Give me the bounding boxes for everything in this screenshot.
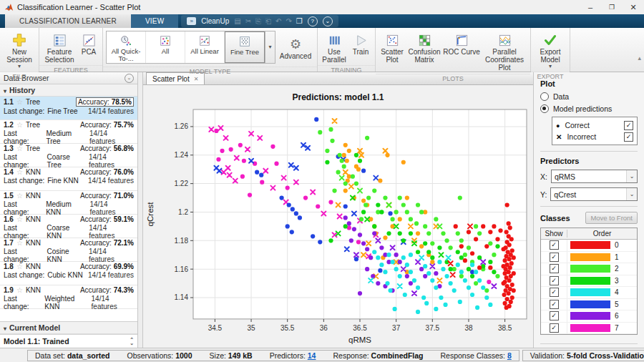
roc-curve-button[interactable]: ROC Curve [443, 29, 480, 72]
confusion-matrix-icon [418, 32, 431, 48]
gallery-item-all-quick[interactable]: All Quick-To-... [107, 31, 146, 63]
train-button[interactable]: Train [349, 29, 372, 64]
star-icon[interactable] [16, 286, 23, 294]
star-icon[interactable] [16, 239, 23, 247]
class-row-0[interactable]: 0 [541, 240, 637, 252]
class-row-5[interactable]: 5 [541, 299, 637, 311]
paste-icon[interactable]: ⎗ [265, 17, 271, 26]
app-window: Classification Learner - Scatter Plot CL… [0, 0, 644, 362]
star-icon[interactable] [16, 168, 23, 176]
class-row-7[interactable]: 7 [541, 323, 637, 335]
window-icon[interactable]: ❐ [296, 17, 303, 26]
history-item-1.6[interactable]: 1.6KNNAccuracy: 59.1%Last change: Coarse… [0, 215, 137, 238]
feature-selection-button[interactable]: Feature Selection [42, 29, 77, 64]
advanced-button[interactable]: ⚙ Advanced [277, 29, 314, 65]
class-show-checkbox[interactable] [550, 240, 559, 250]
status-item[interactable]: Predictors: 14 [270, 351, 316, 360]
x-predictor-select[interactable]: qRMS [551, 170, 638, 183]
redo-icon[interactable]: ↷ [286, 17, 291, 26]
history-item-1.8[interactable]: 1.8KNNAccuracy: 69.9%Last change: Cubic … [0, 262, 137, 285]
history-item-1.7[interactable]: 1.7KNNAccuracy: 72.1%Last change: Cosine… [0, 238, 137, 262]
new-session-button[interactable]: New Session [3, 29, 36, 70]
class-row-3[interactable]: 3 [541, 275, 637, 288]
class-row-4[interactable]: 4 [541, 287, 637, 299]
maximize-button[interactable] [601, 0, 623, 14]
class-row-1[interactable]: 1 [541, 252, 637, 264]
status-item[interactable]: Response Classes: 8 [441, 351, 512, 360]
y-predictor-select[interactable]: qCrest [550, 187, 638, 201]
gallery-item-fine-tree[interactable]: Fine Tree [225, 31, 265, 63]
undo-icon[interactable]: ↶ [275, 17, 281, 26]
cleanup-label[interactable]: CleanUp [201, 17, 229, 25]
gallery-item-label: All Quick-To-... [107, 48, 145, 63]
radio-data[interactable]: Data [540, 92, 638, 101]
star-icon[interactable] [16, 215, 23, 223]
confusion-matrix-button[interactable]: Confusion Matrix [407, 29, 441, 72]
correct-checkbox[interactable] [624, 121, 633, 130]
parallel-coordinates-button[interactable]: Parallel Coordinates Plot [482, 29, 527, 72]
minimize-button[interactable] [580, 0, 601, 14]
copy-icon[interactable]: ⎘ [255, 17, 261, 26]
star-icon[interactable] [16, 98, 23, 106]
prediction-legend: Correct Incorrect [552, 117, 638, 145]
export-model-label: Export Model [534, 48, 567, 64]
class-color-swatch [570, 312, 610, 320]
pca-button[interactable]: PCA [78, 29, 99, 64]
tab-view[interactable]: VIEW [131, 14, 178, 28]
class-show-checkbox[interactable] [550, 323, 559, 333]
incorrect-checkbox[interactable] [624, 132, 633, 142]
scatter-chart[interactable]: qRMS qCrest 34.53535.53636.53737.53838.5… [143, 104, 533, 348]
ribbon-collapse-icon[interactable] [638, 54, 641, 62]
feature-selection-label: Feature Selection [42, 48, 77, 64]
quick-access-icons: ▤✂⎘⎗↶↷❐ [234, 17, 303, 26]
svg-text:1.2: 1.2 [178, 208, 188, 216]
current-model-header[interactable]: Current Model [0, 321, 137, 334]
history-item-1.2[interactable]: 1.2TreeAccuracy: 75.7%Last change: Mediu… [0, 120, 137, 144]
star-icon[interactable] [16, 145, 23, 152]
status-bar: Data set: data_sortedObservations: 1000S… [0, 348, 644, 362]
radio-model-predictions[interactable]: Model predictions [540, 104, 638, 113]
tab-classification-learner[interactable]: CLASSIFICATION LEARNER [5, 14, 131, 28]
history-item-1.5[interactable]: 1.5KNNAccuracy: 71.0%Last change: Medium… [0, 191, 137, 215]
star-icon[interactable] [16, 263, 23, 270]
star-icon[interactable] [16, 192, 23, 200]
class-show-checkbox[interactable] [550, 311, 559, 321]
history-item-1.3[interactable]: 1.3TreeAccuracy: 56.8%Last change: Coars… [0, 144, 137, 167]
chevron-down-icon [626, 188, 637, 200]
scatter-plot-button[interactable]: Scatter Plot [379, 29, 406, 72]
panel-splitter[interactable] [138, 72, 143, 348]
class-row-2[interactable]: 2 [541, 263, 637, 275]
close-button[interactable] [623, 0, 644, 14]
gallery-dropdown-button[interactable] [265, 31, 275, 63]
history-item-1.9[interactable]: 1.9KNNAccuracy: 74.3%Last change: Weight… [0, 285, 137, 309]
save-icon[interactable]: ▤ [234, 17, 240, 26]
history-item-1.4[interactable]: 1.4KNNAccuracy: 76.0%Last change: Fine K… [0, 167, 137, 191]
cleanup-icon[interactable]: » [187, 17, 196, 25]
cut-icon[interactable]: ✂ [245, 17, 251, 26]
gallery-item-all[interactable]: All [146, 31, 185, 63]
class-show-checkbox[interactable] [550, 300, 559, 309]
svg-text:38: 38 [464, 324, 473, 332]
more-icon[interactable]: ⌄ [323, 16, 333, 26]
roc-curve-icon [455, 32, 469, 48]
svg-text:1.22: 1.22 [175, 180, 189, 187]
history-list: 1.1TreeAccuracy: 78.5%Last change: Fine … [0, 97, 137, 321]
class-show-checkbox[interactable] [550, 264, 559, 273]
x-axis-label: qRMS [348, 336, 371, 344]
scroll-spinner-icon[interactable] [130, 338, 134, 345]
export-model-button[interactable]: Export Model [534, 29, 567, 70]
class-show-checkbox[interactable] [550, 253, 559, 262]
dataset-status: Data set: data_sortedObservations: 1000S… [27, 350, 519, 361]
help-icon[interactable]: ? [308, 16, 318, 26]
star-icon[interactable] [16, 121, 23, 129]
history-header[interactable]: History [0, 84, 137, 97]
gallery-item-all-linear[interactable]: All Linear [185, 31, 225, 63]
move-to-front-button[interactable]: Move to Front [585, 212, 638, 224]
class-show-checkbox[interactable] [550, 288, 559, 297]
use-parallel-button[interactable]: Use Parallel [321, 29, 348, 64]
tab-close-icon[interactable] [194, 76, 199, 82]
current-model-row[interactable]: Model 1.1: Trained [0, 334, 137, 348]
history-item-1.1[interactable]: 1.1TreeAccuracy: 78.5%Last change: Fine … [0, 97, 137, 120]
class-row-6[interactable]: 6 [541, 310, 637, 323]
class-show-checkbox[interactable] [550, 276, 559, 285]
